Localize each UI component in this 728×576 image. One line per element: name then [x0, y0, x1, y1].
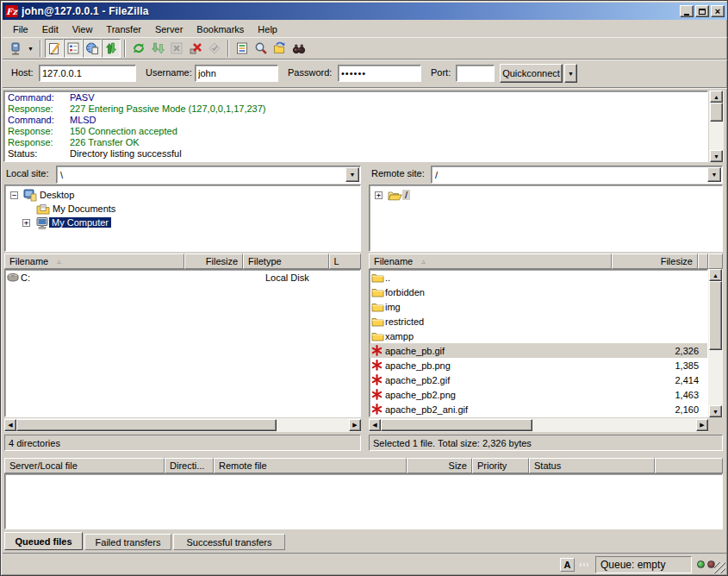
file-row-selected[interactable]: apache_pb.gif2,326	[370, 343, 707, 358]
menu-server[interactable]: Server	[148, 22, 190, 36]
site-manager-dropdown-button[interactable]: ▼	[25, 39, 36, 58]
column-header-filename[interactable]: Filename▵	[4, 254, 184, 269]
resize-grip[interactable]	[714, 562, 725, 573]
toggle-local-tree-button[interactable]	[64, 39, 83, 58]
password-input[interactable]	[338, 65, 421, 82]
toggle-queue-button[interactable]	[102, 39, 121, 58]
file-row[interactable]: apache_pb2.png1,463	[370, 387, 707, 402]
remote-site-value: /	[432, 170, 707, 180]
toggle-remote-tree-button[interactable]	[83, 39, 102, 58]
site-manager-button[interactable]	[6, 39, 25, 58]
menu-transfer[interactable]: Transfer	[99, 22, 148, 36]
scrollbar-thumb[interactable]	[381, 419, 532, 431]
menu-bookmarks[interactable]: Bookmarks	[190, 22, 251, 36]
file-row[interactable]: apache_pb.png1,385	[370, 358, 707, 373]
column-header-filename[interactable]: Filename▵	[369, 254, 612, 269]
scroll-down-button[interactable]: ▼	[710, 150, 723, 162]
tree-item-root[interactable]: + /	[370, 188, 722, 202]
username-input[interactable]	[195, 65, 278, 82]
cancel-transfer-button[interactable]	[167, 39, 186, 58]
directory-comparison-icon	[254, 41, 268, 55]
column-header-last-modified[interactable]: L	[329, 254, 361, 269]
folder-row[interactable]: ..	[370, 270, 707, 285]
file-row[interactable]: apache_pb2_ani.gif2,160	[370, 402, 707, 416]
scroll-left-button[interactable]: ◀	[4, 419, 16, 431]
menu-view[interactable]: View	[65, 22, 100, 36]
expand-icon[interactable]: +	[22, 219, 30, 227]
expand-icon[interactable]: +	[375, 191, 383, 199]
column-header-direction[interactable]: Directi...	[165, 458, 214, 473]
quickconnect-dropdown-button[interactable]: ▼	[564, 64, 577, 83]
remote-list-hscrollbar[interactable]: ◀ ▶	[369, 418, 708, 432]
tree-item-my-computer[interactable]: + My Computer	[5, 216, 360, 229]
column-header-size[interactable]: Size	[407, 458, 472, 473]
column-header-filesize[interactable]: Filesize	[184, 254, 243, 269]
titlebar[interactable]: Fz john@127.0.0.1 - FileZilla ×	[3, 3, 727, 20]
tree-item-desktop[interactable]: − Desktop	[5, 188, 360, 202]
local-pane-status: 4 directories	[4, 435, 361, 451]
scroll-right-button[interactable]: ▶	[696, 419, 708, 431]
quickconnect-button[interactable]: Quickconnect	[500, 64, 563, 83]
remote-file-list[interactable]: .. forbidden img restricted xampp apache…	[369, 269, 708, 417]
scrollbar-thumb[interactable]	[16, 419, 277, 431]
scroll-up-button[interactable]: ▲	[709, 269, 722, 281]
local-directory-tree[interactable]: − Desktop My Documents +	[4, 185, 361, 252]
image-file-icon	[370, 374, 385, 385]
collapse-icon[interactable]: −	[10, 191, 18, 199]
folder-row[interactable]: xampp	[370, 329, 707, 343]
local-site-dropdown-button[interactable]: ▼	[345, 167, 359, 182]
disconnect-button[interactable]	[186, 39, 205, 58]
maximize-button[interactable]	[695, 5, 709, 17]
menu-help[interactable]: Help	[251, 22, 284, 36]
folder-row[interactable]: forbidden	[370, 285, 707, 299]
remote-site-combo[interactable]: / ▼	[431, 166, 723, 184]
folder-row[interactable]: restricted	[370, 314, 707, 329]
scroll-down-button[interactable]: ▼	[709, 405, 722, 417]
menubar: File Edit View Transfer Server Bookmarks…	[3, 21, 727, 37]
menu-file[interactable]: File	[6, 22, 35, 36]
column-header-server-local-file[interactable]: Server/Local file	[4, 458, 165, 473]
scroll-right-button[interactable]: ▶	[349, 419, 361, 431]
scrollbar-thumb[interactable]	[709, 281, 722, 350]
column-header-filesize[interactable]: Filesize	[612, 254, 698, 269]
close-button[interactable]: ×	[711, 5, 725, 17]
reconnect-button[interactable]	[205, 39, 224, 58]
quickconnect-bar: Host: Username: Password: Port: Quickcon…	[3, 59, 727, 88]
compare-button[interactable]	[252, 39, 271, 58]
local-list-hscrollbar[interactable]: ◀ ▶	[4, 418, 361, 432]
log-scrollbar[interactable]: ▲ ▼	[709, 91, 724, 162]
message-log[interactable]: Command:PASV Response:227 Entering Passi…	[3, 91, 708, 162]
folder-row[interactable]: img	[370, 299, 707, 314]
refresh-button[interactable]	[129, 39, 148, 58]
find-button[interactable]	[289, 39, 308, 58]
host-input[interactable]	[39, 65, 136, 82]
remote-list-scrollbar[interactable]: ▲ ▼	[708, 269, 723, 417]
transfer-queue-list[interactable]	[4, 473, 723, 529]
remote-site-dropdown-button[interactable]: ▼	[707, 167, 721, 182]
menu-edit[interactable]: Edit	[35, 22, 65, 36]
remote-directory-tree[interactable]: + /	[369, 185, 723, 252]
column-header-filetype[interactable]: Filetype	[243, 254, 328, 269]
synchronized-browsing-button[interactable]	[271, 39, 289, 58]
image-file-icon	[370, 360, 385, 371]
local-file-list[interactable]: C: Local Disk	[4, 269, 361, 417]
minimize-button[interactable]	[680, 5, 694, 17]
column-header-priority[interactable]: Priority	[472, 458, 529, 473]
scrollbar-thumb[interactable]	[710, 103, 723, 122]
port-input[interactable]	[456, 65, 495, 82]
scroll-left-button[interactable]: ◀	[369, 419, 381, 431]
local-site-combo[interactable]: \ ▼	[56, 166, 361, 184]
transfer-type-indicator-icon[interactable]: A	[560, 558, 575, 572]
local-drive-row[interactable]: C: Local Disk	[5, 270, 360, 285]
process-queue-button[interactable]	[148, 39, 167, 58]
scroll-up-button[interactable]: ▲	[710, 91, 723, 103]
toggle-log-button[interactable]	[45, 39, 64, 58]
filter-button[interactable]	[233, 39, 252, 58]
tree-item-my-documents[interactable]: My Documents	[5, 202, 360, 216]
tab-successful-transfers[interactable]: Successful transfers	[173, 534, 285, 550]
tab-failed-transfers[interactable]: Failed transfers	[84, 534, 171, 550]
column-header-status[interactable]: Status	[529, 458, 655, 473]
file-row[interactable]: apache_pb2.gif2,414	[370, 373, 707, 387]
tab-queued-files[interactable]: Queued files	[4, 532, 83, 550]
column-header-remote-file[interactable]: Remote file	[214, 458, 407, 473]
